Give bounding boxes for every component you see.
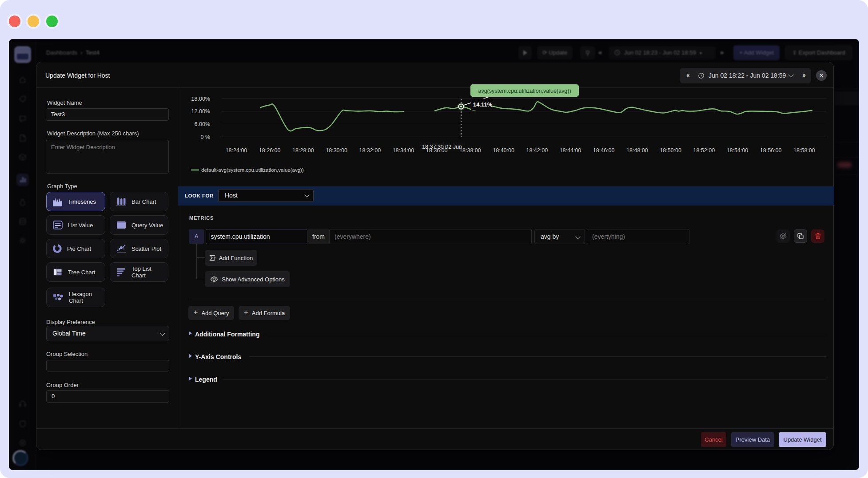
svg-text:18:24:00: 18:24:00: [226, 147, 247, 154]
svg-text:6.00%: 6.00%: [195, 121, 210, 127]
svg-text:18:58:00: 18:58:00: [793, 147, 815, 154]
svg-text:18:30:00: 18:30:00: [326, 147, 347, 154]
svg-text:12.00%: 12.00%: [191, 108, 210, 115]
svg-text:18:42:00: 18:42:00: [526, 147, 548, 154]
svg-text:18:50:00: 18:50:00: [660, 147, 681, 154]
svg-text:18:44:00: 18:44:00: [560, 147, 581, 154]
svg-text:18:32:00: 18:32:00: [359, 147, 381, 154]
svg-text:18:26:00: 18:26:00: [259, 147, 281, 154]
svg-text:14.11%: 14.11%: [473, 101, 493, 108]
svg-text:18:48:00: 18:48:00: [626, 147, 648, 154]
svg-text:18:46:00: 18:46:00: [593, 147, 615, 154]
svg-text:18.00%: 18.00%: [191, 96, 210, 102]
svg-text:18:28:00: 18:28:00: [292, 147, 314, 154]
svg-text:18:54:00: 18:54:00: [727, 147, 749, 154]
svg-text:default-avg(system.cpu.utiliza: default-avg(system.cpu.utilization,value…: [201, 167, 304, 173]
svg-text:18:40:00: 18:40:00: [493, 147, 514, 154]
svg-text:18:52:00: 18:52:00: [693, 147, 715, 154]
svg-text:18:36:00: 18:36:00: [426, 147, 448, 154]
svg-text:18:38:00: 18:38:00: [459, 147, 481, 154]
svg-text:18:56:00: 18:56:00: [760, 147, 782, 154]
svg-text:18:34:00: 18:34:00: [393, 147, 414, 154]
svg-text:0 %: 0 %: [200, 134, 210, 140]
svg-text:avg(system.cpu.utilization,val: avg(system.cpu.utilization,value(avg)): [478, 88, 571, 94]
